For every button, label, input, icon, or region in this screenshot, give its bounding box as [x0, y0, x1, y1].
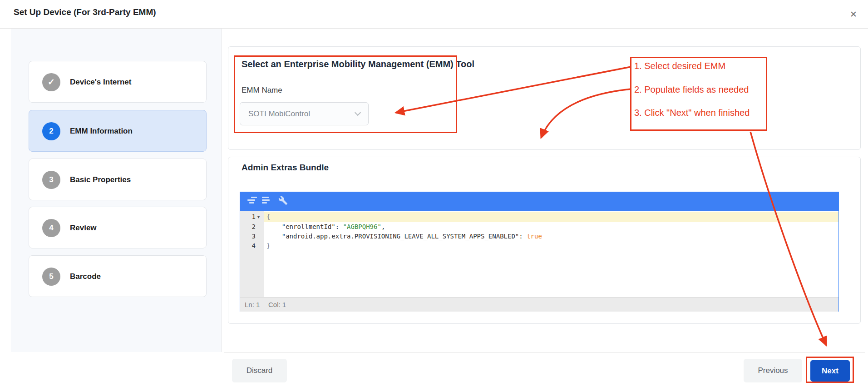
next-button[interactable]: Next — [810, 360, 850, 382]
footer-divider — [224, 352, 865, 352]
format-json-icon[interactable] — [247, 197, 257, 206]
active-line-highlight — [264, 212, 838, 222]
steps-sidebar: ✓ Device's Internet 2 EMM Information 3 … — [11, 29, 222, 352]
status-line: Ln: 1 — [245, 301, 260, 308]
step-label: Barcode — [70, 256, 101, 298]
setup-device-dialog: Set Up Device (For 3rd-Party EMM) ✕ ✓ De… — [0, 0, 868, 387]
step-card-barcode[interactable]: 5 Barcode — [29, 255, 207, 297]
editor-status-bar: Ln: 1 Col: 1 — [240, 297, 838, 312]
step-label: Device's Internet — [70, 61, 131, 103]
code-line-3: "android.app.extra.PROVISIONING_LEAVE_AL… — [266, 232, 542, 241]
json-editor: 1 ▾ 2 3 4 { "enrollmentId": "AGBPQH96", … — [240, 192, 839, 312]
annotation-instruction-3: 3. Click "Next" when finished — [634, 108, 750, 118]
admin-extras-heading: Admin Extras Bundle — [242, 163, 329, 173]
annotation-instruction-1: 1. Select desired EMM — [634, 61, 725, 71]
step-done-circle: ✓ — [42, 73, 60, 91]
step-card-emm-information[interactable]: 2 EMM Information — [29, 110, 207, 152]
previous-button[interactable]: Previous — [744, 359, 802, 382]
emm-name-dropdown[interactable]: SOTI MobiControl — [240, 102, 369, 125]
line-number: 4 — [241, 241, 256, 251]
step-number-circle: 3 — [42, 171, 60, 189]
check-icon: ✓ — [48, 77, 55, 87]
annotation-instruction-2: 2. Populate fields as needed — [634, 84, 749, 95]
chevron-down-icon — [355, 109, 361, 116]
fold-caret-icon[interactable]: ▾ — [257, 212, 260, 222]
json-editor-code-area[interactable]: 1 ▾ 2 3 4 { "enrollmentId": "AGBPQH96", … — [240, 211, 838, 297]
step-number-circle: 4 — [42, 219, 60, 237]
step-label: Basic Properties — [70, 159, 131, 201]
step-card-basic-properties[interactable]: 3 Basic Properties — [29, 159, 207, 200]
close-icon[interactable]: ✕ — [847, 8, 860, 21]
emm-name-label: EMM Name — [242, 86, 282, 95]
editor-gutter: 1 ▾ 2 3 4 — [240, 211, 264, 297]
line-number: 3 — [241, 232, 256, 241]
repair-json-icon[interactable] — [278, 196, 288, 205]
discard-button[interactable]: Discard — [232, 359, 287, 382]
code-line-4: } — [266, 241, 270, 251]
dialog-title: Set Up Device (For 3rd-Party EMM) — [14, 7, 156, 17]
line-number: 1 — [241, 212, 256, 222]
json-editor-toolbar — [240, 192, 838, 211]
status-column: Col: 1 — [268, 301, 286, 308]
step-label: EMM Information — [70, 110, 133, 152]
emm-section-heading: Select an Enterprise Mobility Management… — [242, 59, 474, 69]
step-label: Review — [70, 207, 97, 249]
step-card-review[interactable]: 4 Review — [29, 207, 207, 248]
step-card-devices-internet[interactable]: ✓ Device's Internet — [29, 61, 207, 103]
code-line-1: { — [266, 212, 270, 222]
compact-json-icon[interactable] — [262, 197, 272, 206]
emm-name-dropdown-value: SOTI MobiControl — [248, 103, 310, 125]
step-number-circle: 2 — [42, 122, 60, 140]
step-number-circle: 5 — [42, 268, 60, 286]
code-line-2: "enrollmentId": "AGBPQH96", — [266, 222, 385, 232]
line-number: 2 — [241, 222, 256, 232]
